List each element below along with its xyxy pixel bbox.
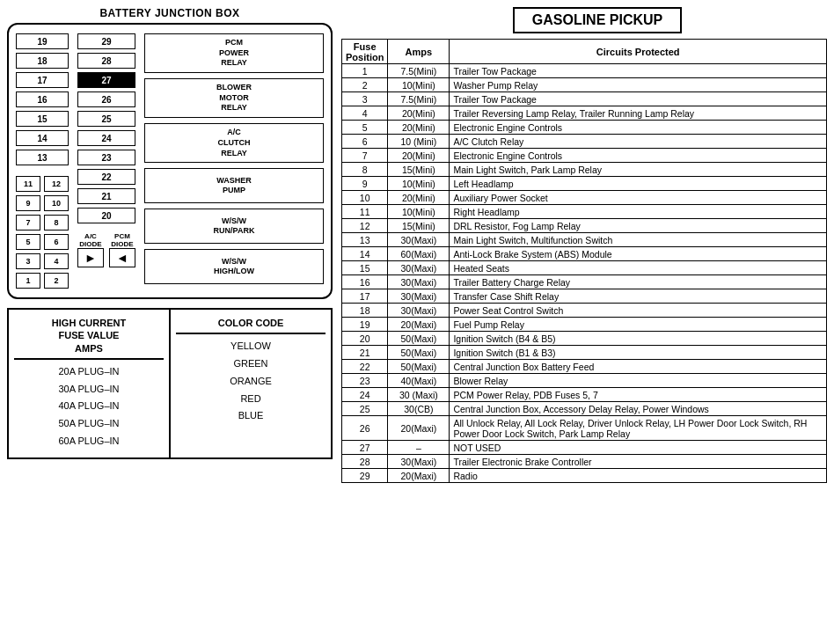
relay-wsw-high-low: W/S/WHIGH/LOW bbox=[144, 249, 324, 284]
relay-washer-pump: WASHERPUMP bbox=[144, 168, 324, 203]
color-table-header1: HIGH CURRENTFUSE VALUEAMPS bbox=[14, 313, 164, 360]
gp-title: GASOLINE PICKUP bbox=[513, 7, 682, 33]
table-cell-r6-c1: 20(Mini) bbox=[388, 149, 450, 163]
fuse-14: 14 bbox=[16, 130, 69, 146]
fuse-11: 11 bbox=[16, 176, 40, 192]
fuse-17: 17 bbox=[16, 72, 69, 88]
fuse-grid: 19 18 17 16 15 14 13 11 12 9 10 7 8 bbox=[16, 33, 324, 289]
fuse-10: 10 bbox=[44, 195, 69, 211]
color-table-col1: HIGH CURRENTFUSE VALUEAMPS 20A PLUG–IN30… bbox=[9, 310, 171, 457]
relay-pcm-power: PCMPOWERRELAY bbox=[144, 33, 324, 73]
fuse-25: 25 bbox=[77, 111, 135, 127]
table-cell-r18-c1: 20(Maxi) bbox=[388, 318, 450, 332]
table-cell-r4-c2: Electronic Engine Controls bbox=[450, 121, 827, 135]
bjb-box: 19 18 17 16 15 14 13 11 12 9 10 7 8 bbox=[7, 23, 333, 299]
table-cell-r11-c2: DRL Resistor, Fog Lamp Relay bbox=[450, 219, 827, 233]
table-cell-r12-c1: 30(Maxi) bbox=[388, 233, 450, 247]
table-cell-r27-c1: 30(Maxi) bbox=[388, 455, 450, 469]
table-row: 2340(Maxi)Blower Relay bbox=[342, 374, 827, 388]
table-row: 1630(Maxi)Trailer Battery Charge Relay bbox=[342, 275, 827, 289]
table-row: 2830(Maxi)Trailer Electronic Brake Contr… bbox=[342, 455, 827, 469]
table-cell-r26-c2: NOT USED bbox=[450, 441, 827, 455]
fuse-table: FusePosition Amps Circuits Protected 17.… bbox=[341, 39, 827, 483]
table-cell-r17-c1: 30(Maxi) bbox=[388, 304, 450, 318]
left-panel: BATTERY JUNCTION BOX 19 18 17 16 15 14 1… bbox=[7, 7, 333, 637]
table-cell-r23-c1: 30 (Maxi) bbox=[388, 388, 450, 402]
fuse-18: 18 bbox=[16, 53, 69, 69]
table-cell-r23-c0: 24 bbox=[342, 388, 388, 402]
table-cell-r2-c2: Trailer Tow Package bbox=[450, 92, 827, 106]
table-cell-r11-c1: 15(Mini) bbox=[388, 219, 450, 233]
table-row: 1110(Mini)Right Headlamp bbox=[342, 205, 827, 219]
table-row: 520(Mini)Electronic Engine Controls bbox=[342, 121, 827, 135]
fuse-12: 12 bbox=[44, 176, 69, 192]
table-row: 37.5(Mini)Trailer Tow Package bbox=[342, 92, 827, 106]
table-cell-r3-c1: 20(Mini) bbox=[388, 106, 450, 121]
table-cell-r25-c1: 20(Maxi) bbox=[388, 416, 450, 441]
table-cell-r27-c2: Trailer Electronic Brake Controller bbox=[450, 455, 827, 469]
fuse-27: 27 bbox=[77, 72, 135, 88]
table-cell-r20-c2: Ignition Switch (B1 & B3) bbox=[450, 346, 827, 360]
table-cell-r17-c0: 18 bbox=[342, 304, 388, 318]
table-cell-r25-c0: 26 bbox=[342, 416, 388, 441]
table-cell-r13-c0: 14 bbox=[342, 247, 388, 261]
table-cell-r22-c2: Blower Relay bbox=[450, 374, 827, 388]
diode-area: A/C DIODE ► PCM DIODE ◄ bbox=[77, 232, 135, 267]
table-cell-r19-c2: Ignition Switch (B4 & B5) bbox=[450, 332, 827, 346]
table-row: 17.5(Mini)Trailer Tow Package bbox=[342, 64, 827, 78]
table-cell-r19-c0: 20 bbox=[342, 332, 388, 346]
fuse-7: 7 bbox=[16, 215, 40, 231]
table-cell-r0-c1: 7.5(Mini) bbox=[388, 64, 450, 78]
table-cell-r20-c0: 21 bbox=[342, 346, 388, 360]
table-cell-r28-c1: 20(Maxi) bbox=[388, 469, 450, 483]
fuse-pair-1-2: 1 2 bbox=[16, 273, 69, 289]
table-cell-r1-c2: Washer Pump Relay bbox=[450, 78, 827, 92]
fuse-4: 4 bbox=[44, 253, 69, 269]
table-cell-r14-c2: Heated Seats bbox=[450, 261, 827, 275]
fuse-1: 1 bbox=[16, 273, 40, 289]
table-row: 720(Mini)Electronic Engine Controls bbox=[342, 149, 827, 163]
table-cell-r21-c0: 22 bbox=[342, 360, 388, 374]
table-cell-r8-c0: 9 bbox=[342, 177, 388, 191]
th-fuse-position: FusePosition bbox=[342, 40, 388, 64]
color-table-col2: COLOR CODE YELLOWGREENORANGEREDBLUE bbox=[171, 310, 331, 457]
table-cell-r21-c1: 50(Maxi) bbox=[388, 360, 450, 374]
table-cell-r13-c1: 60(Maxi) bbox=[388, 247, 450, 261]
table-cell-r20-c1: 50(Maxi) bbox=[388, 346, 450, 360]
fuse-22: 22 bbox=[77, 169, 135, 185]
table-row: 210(Mini)Washer Pump Relay bbox=[342, 78, 827, 92]
table-cell-r10-c1: 10(Mini) bbox=[388, 205, 450, 219]
table-row: 2250(Maxi)Central Junction Box Battery F… bbox=[342, 360, 827, 374]
table-cell-r7-c0: 8 bbox=[342, 163, 388, 177]
fuse-16: 16 bbox=[16, 91, 69, 107]
ac-diode-label: A/C DIODE ► bbox=[77, 232, 104, 267]
table-cell-r1-c1: 10(Mini) bbox=[388, 78, 450, 92]
table-row: 815(Mini)Main Light Switch, Park Lamp Re… bbox=[342, 163, 827, 177]
fuse-24: 24 bbox=[77, 130, 135, 146]
table-cell-r14-c0: 15 bbox=[342, 261, 388, 275]
table-cell-r12-c0: 13 bbox=[342, 233, 388, 247]
table-cell-r8-c2: Left Headlamp bbox=[450, 177, 827, 191]
table-cell-r9-c2: Auxiliary Power Socket bbox=[450, 191, 827, 205]
fuse-29: 29 bbox=[77, 33, 135, 49]
table-row: 2150(Maxi)Ignition Switch (B1 & B3) bbox=[342, 346, 827, 360]
gp-title-container: GASOLINE PICKUP bbox=[341, 7, 827, 39]
table-cell-r27-c0: 28 bbox=[342, 455, 388, 469]
fuse-15: 15 bbox=[16, 111, 69, 127]
fuse-19: 19 bbox=[16, 33, 69, 49]
table-cell-r22-c0: 23 bbox=[342, 374, 388, 388]
table-cell-r24-c1: 30(CB) bbox=[388, 402, 450, 416]
color-table-header2: COLOR CODE bbox=[176, 313, 326, 334]
table-cell-r5-c2: A/C Clutch Relay bbox=[450, 135, 827, 149]
table-cell-r4-c0: 5 bbox=[342, 121, 388, 135]
table-cell-r23-c2: PCM Power Relay, PDB Fuses 5, 7 bbox=[450, 388, 827, 402]
table-header-row: FusePosition Amps Circuits Protected bbox=[342, 40, 827, 64]
table-row: 1920(Maxi)Fuel Pump Relay bbox=[342, 318, 827, 332]
pcm-diode-symbol: ◄ bbox=[109, 248, 135, 267]
color-table-body1: 20A PLUG–IN30A PLUG–IN40A PLUG–IN50A PLU… bbox=[14, 360, 164, 454]
pcm-diode-label: PCM DIODE ◄ bbox=[109, 232, 135, 267]
table-cell-r10-c0: 11 bbox=[342, 205, 388, 219]
th-circuits: Circuits Protected bbox=[450, 40, 827, 64]
fuse-9: 9 bbox=[16, 195, 40, 211]
table-cell-r17-c2: Power Seat Control Switch bbox=[450, 304, 827, 318]
